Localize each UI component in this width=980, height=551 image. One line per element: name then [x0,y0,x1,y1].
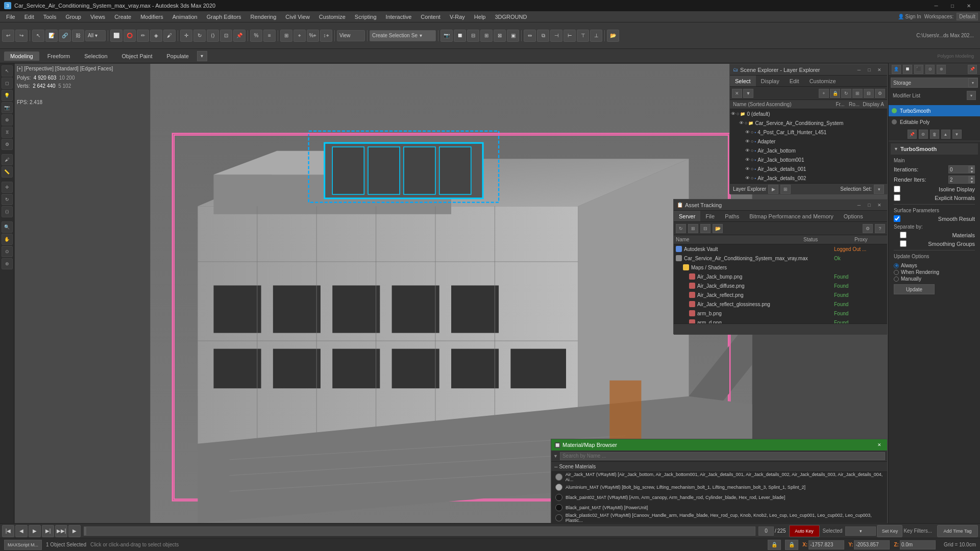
at-btn-settings[interactable]: ⚙ [863,224,873,233]
menu-graph-editors[interactable]: Graph Editors [203,13,246,21]
menu-interactive[interactable]: Interactive [382,13,416,21]
selected-filter-dropdown[interactable]: ▾ [845,527,876,536]
at-item-arm-d[interactable]: arm_d.png Found [674,318,887,323]
mod-icon-1[interactable]: 👤 [892,65,901,74]
mod-icon-5[interactable]: ⊛ [937,65,946,74]
lock-btn[interactable]: 🔒 [785,540,798,550]
se-item-default[interactable]: 👁 ○ 📁 0 (default) [730,109,887,118]
se-expand-btn[interactable]: ⊞ [852,89,863,98]
at-btn-help[interactable]: ? [875,224,885,233]
when-rendering-radio[interactable] [894,270,899,275]
at-item-diffuse[interactable]: Air_Jack_diffuse.png Found [674,281,887,290]
mat-item-black[interactable]: Black_paint_MAT (VRayMtl) [PowerUnit] [551,503,887,513]
left-tool-shape[interactable]: ◻ [2,78,13,89]
mod-icon-3[interactable]: ⬛ [914,65,923,74]
update-button[interactable]: Update [894,284,935,294]
isolate-sel-btn[interactable]: 🔒 [768,540,781,550]
smooth-result-checkbox[interactable] [894,215,900,222]
se-item-details002[interactable]: 👁 ○ ▪ Air_Jack_details_002 [730,173,887,183]
display-btn3[interactable]: ⊠ [494,30,506,42]
circle-select-button[interactable]: ⭕ [124,30,136,42]
menu-modifiers[interactable]: Modifiers [136,13,167,21]
at-restore-btn[interactable]: □ [865,201,874,209]
mod-up-btn[interactable]: ▲ [941,130,950,139]
menu-edit[interactable]: Edit [20,13,38,21]
link-button[interactable]: 🔗 [59,30,71,42]
se-tab-customize[interactable]: Customize [804,76,841,86]
left-tool-select[interactable]: ↖ [2,65,13,77]
percent-snap[interactable]: %⌖ [307,30,319,42]
close-button[interactable]: ✕ [962,1,976,10]
select-button[interactable]: ↖ [32,30,44,42]
menu-animation[interactable]: Animation [168,13,202,21]
unlink-button[interactable]: ⛓ [72,30,84,42]
menu-tools[interactable]: Tools [39,13,61,21]
se-footer-btn2[interactable]: ⊞ [780,185,791,194]
left-tool-zoom[interactable]: 🔍 [2,221,13,233]
ts-render-iters-down[interactable]: ▼ [969,180,975,184]
rotate-button[interactable]: ↻ [193,30,206,42]
se-settings-btn[interactable]: ⚙ [875,89,885,98]
tab-populate[interactable]: Populate [160,52,194,61]
at-item-bump[interactable]: Air_Jack_bump.png Found [674,272,887,281]
at-item-vault[interactable]: Autodesk Vault Logged Out ... [674,244,887,254]
display-btn1[interactable]: ⊟ [467,30,479,42]
menu-rendering[interactable]: Rendering [247,13,281,21]
workspace-dropdown[interactable]: Default [957,13,978,20]
mat-item-aluminium[interactable]: Aluminium_MAT (VRayMtl) [Bolt_big_screw,… [551,482,887,492]
at-minimize-btn[interactable]: ─ [854,201,864,209]
material-editor-btn[interactable]: 🔲 [454,30,466,42]
mat-close-btn[interactable]: ✕ [875,441,884,449]
at-tab-options[interactable]: Options [839,211,868,221]
prev-frame-btn[interactable]: ◀ [15,525,28,537]
at-item-arm-b[interactable]: arm_b.png Found [674,309,887,318]
se-item-car-service[interactable]: 👁 ○ 📁 Car_Service_Air_Conditioning_Syste… [730,118,887,128]
place-hilite-btn[interactable]: ⊥ [590,30,602,42]
at-item-maps-folder[interactable]: Maps / Shaders [674,263,887,272]
se-search-btn[interactable]: ✕ [732,89,742,98]
mod-icon-4[interactable]: ⊙ [925,65,935,74]
left-tool-rotate[interactable]: ↻ [2,194,13,205]
at-tab-server[interactable]: Server [674,211,700,221]
tab-selection[interactable]: Selection [78,52,113,61]
mat-browser-titlebar[interactable]: 🔲 Material/Map Browser ✕ [551,439,887,450]
at-tab-bitmap[interactable]: Bitmap Performance and Memory [744,211,838,221]
mod-pin-btn[interactable]: 📌 [908,130,917,139]
se-footer-btn1[interactable]: ▶ [768,185,778,194]
left-tool-measure[interactable]: 📏 [2,166,13,178]
isoline-checkbox[interactable] [894,186,900,192]
place-button[interactable]: 📌 [233,30,246,42]
at-item-reflect-gloss[interactable]: Air_Jack_reflect_glossiness.png Found [674,299,887,309]
left-tool-pan[interactable]: ✋ [2,234,13,245]
fence-select-button[interactable]: ✏ [137,30,149,42]
modifier-list-dropdown-btn[interactable]: ▾ [967,91,976,100]
add-time-tag-btn[interactable]: Add Time Tag [937,525,978,537]
se-minimize-btn[interactable]: ─ [854,66,864,74]
tab-object-paint[interactable]: Object Paint [116,52,159,61]
mat-item-blackplastic[interactable]: Black_plastic02_MAT (VRayMtl) [Canoov_Ha… [551,513,887,523]
menu-group[interactable]: Group [61,13,85,21]
display-btn2[interactable]: ⊞ [480,30,493,42]
mod-delete-btn[interactable]: 🗑 [930,130,939,139]
mod-icon-2[interactable]: 🔲 [903,65,912,74]
left-tool-paint[interactable]: 🖌 [2,154,13,165]
menu-3dground[interactable]: 3DGROUND [491,13,531,21]
modifier-turbosmooth[interactable]: TurboSmooth [889,105,980,116]
key-filters-dropdown[interactable]: Key Filters... [903,528,932,534]
mirror-btn[interactable]: ⇔ [524,30,536,42]
left-tool-walk[interactable]: ⊛ [2,258,13,269]
select-name-button[interactable]: 📝 [45,30,58,42]
menu-help[interactable]: Help [470,13,490,21]
se-collapse-btn[interactable]: ⊟ [864,89,874,98]
current-frame-input[interactable] [758,527,774,536]
se-item-adapter[interactable]: 👁 ○ ▪ Adapter [730,137,887,146]
se-add-btn[interactable]: + [819,89,829,98]
left-tool-move[interactable]: ✛ [2,182,13,193]
se-close-btn[interactable]: ✕ [875,66,884,74]
ts-render-iters-input[interactable] [948,176,969,184]
manually-radio[interactable] [894,277,899,282]
ribbon-more-button[interactable]: ▾ [197,51,207,61]
display-btn4[interactable]: ▣ [507,30,519,42]
paint-select-button[interactable]: 🖌 [163,30,176,42]
left-tool-system[interactable]: ⚙ [2,139,13,150]
